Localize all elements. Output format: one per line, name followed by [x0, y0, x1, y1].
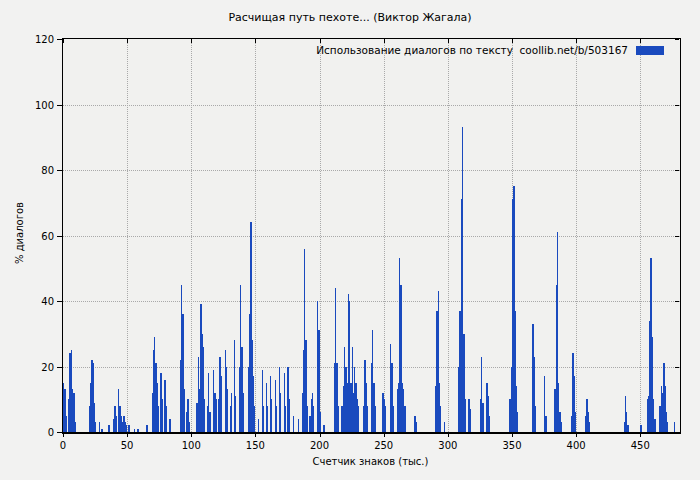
x-tick-label: 450	[631, 440, 650, 451]
data-bar	[99, 422, 100, 432]
x-tick-mark-mirror	[576, 39, 577, 43]
data-bar	[307, 406, 308, 432]
data-bar	[128, 425, 129, 432]
chart-figure: Расчищая путь пехоте... (Виктор Жагала) …	[0, 0, 700, 480]
legend-label: Использование диалогов по тексту coollib…	[316, 44, 628, 56]
data-bar	[640, 425, 641, 432]
data-bar	[267, 406, 268, 432]
y-gridline	[63, 170, 680, 171]
data-bar	[589, 422, 590, 432]
x-gridline	[255, 39, 256, 432]
y-tick-mark	[57, 170, 62, 171]
x-gridline	[320, 39, 321, 432]
x-tick-label: 400	[567, 440, 586, 451]
x-tick-mark	[63, 433, 64, 437]
data-bar	[235, 396, 236, 432]
x-gridline	[384, 39, 385, 432]
x-gridline	[448, 39, 449, 432]
x-gridline	[191, 39, 192, 432]
x-tick-mark	[384, 433, 385, 437]
y-gridline	[63, 105, 680, 106]
data-bar	[416, 422, 417, 432]
data-bar	[209, 412, 210, 432]
data-bar	[293, 416, 294, 432]
plot-area: Использование диалогов по тексту coollib…	[62, 38, 681, 434]
data-bar	[66, 416, 67, 432]
data-bar	[298, 419, 299, 432]
legend-color-swatch-icon	[636, 46, 664, 55]
x-tick-mark-mirror	[448, 39, 449, 43]
y-tick-mark-mirror	[675, 39, 679, 40]
data-bar	[289, 399, 290, 432]
data-bar	[254, 406, 255, 432]
data-bar	[561, 422, 562, 432]
x-tick-mark	[448, 433, 449, 437]
x-tick-mark	[127, 433, 128, 437]
y-tick-mark-mirror	[675, 105, 679, 106]
x-tick-mark-mirror	[640, 39, 641, 43]
data-bar	[189, 422, 190, 432]
data-bar	[285, 406, 286, 432]
data-bar	[95, 422, 96, 432]
x-tick-mark	[512, 433, 513, 437]
x-tick-label: 50	[121, 440, 134, 451]
data-bar	[126, 425, 127, 432]
x-gridline	[127, 39, 128, 432]
data-bar	[166, 406, 167, 432]
data-bar	[535, 406, 536, 432]
data-bar	[101, 429, 102, 432]
x-gridline	[576, 39, 577, 432]
data-bar	[137, 429, 138, 432]
x-tick-label: 0	[60, 440, 66, 451]
data-bar	[375, 406, 376, 432]
x-tick-mark-mirror	[63, 39, 64, 43]
y-tick-mark	[57, 39, 62, 40]
y-tick-mark-mirror	[675, 367, 679, 368]
chart-title: Расчищая путь пехоте... (Виктор Жагала)	[0, 11, 700, 24]
y-tick-mark	[57, 105, 62, 106]
data-bar	[271, 399, 272, 432]
data-bar	[184, 389, 185, 432]
data-bar	[464, 399, 465, 432]
data-bar	[75, 422, 76, 432]
data-bar	[313, 406, 314, 432]
data-bar	[385, 406, 386, 432]
data-bar	[575, 412, 576, 432]
y-gridline	[63, 236, 680, 237]
data-bar	[216, 399, 217, 432]
data-bar	[627, 425, 628, 432]
y-tick-mark	[57, 301, 62, 302]
y-gridline	[63, 301, 680, 302]
data-bar	[134, 429, 135, 432]
data-bar	[320, 412, 321, 432]
data-bar	[263, 406, 264, 432]
data-bar	[276, 406, 277, 432]
x-tick-mark	[255, 433, 256, 437]
x-tick-mark	[320, 433, 321, 437]
data-bar	[243, 393, 244, 432]
y-tick-mark-mirror	[675, 236, 679, 237]
x-tick-mark-mirror	[255, 39, 256, 43]
data-bar	[440, 406, 441, 432]
data-bar	[654, 419, 655, 432]
data-bar	[323, 425, 324, 432]
x-tick-mark	[576, 433, 577, 437]
data-bar	[545, 416, 546, 432]
y-tick-mark	[57, 236, 62, 237]
y-tick-mark-mirror	[675, 170, 679, 171]
x-tick-label: 150	[246, 440, 265, 451]
x-tick-label: 200	[310, 440, 329, 451]
data-bar	[231, 393, 232, 432]
data-bar	[358, 406, 359, 432]
x-tick-label: 250	[374, 440, 393, 451]
data-bar	[158, 406, 159, 432]
legend: Использование диалогов по тексту coollib…	[316, 44, 664, 56]
x-tick-mark-mirror	[191, 39, 192, 43]
data-bar	[674, 422, 675, 432]
data-bar	[116, 416, 117, 432]
data-bar	[393, 406, 394, 432]
data-bar	[227, 389, 228, 432]
y-tick-mark	[57, 432, 62, 433]
data-bar	[482, 403, 483, 432]
x-tick-mark-mirror	[127, 39, 128, 43]
